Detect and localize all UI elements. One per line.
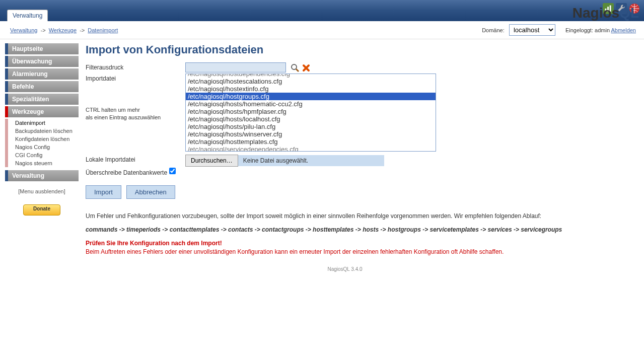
filter-label: Filterausdruck [86,62,185,71]
footer-version: NagiosQL 3.4.0 [86,266,604,272]
local-file-label: Lokale Importdatei [86,155,185,163]
login-user: Eingeloggt: admin [565,27,610,33]
svg-line-7 [296,69,299,71]
top-bar: Verwaltung NagiosQL [0,0,644,21]
cancel-button[interactable]: Abbrechen [126,185,175,199]
sidebar-item-ueberwachung[interactable]: Überwachung [5,56,79,67]
sidebar-subitems: Datenimport Backupdateien löschen Konfig… [5,119,79,170]
svg-rect-1 [605,9,607,12]
breadcrumb: Verwaltung -> Werkzeuge -> Datenimport [10,27,118,33]
world-icon[interactable] [629,3,640,14]
crumb-datenimport[interactable]: Datenimport [88,27,118,33]
crumb-verwaltung[interactable]: Verwaltung [10,27,37,33]
domain-selector: Domäne: localhost [482,24,555,36]
ctrl-note: CTRL halten um mehr als einen Eintrag au… [86,106,185,121]
login-info: Eingeloggt: admin Abmelden [565,27,636,33]
import-file-list[interactable]: /etc/nagiosql/hostdependencies.cfg /etc/… [185,74,436,152]
tool-icon[interactable] [616,3,627,14]
import-button[interactable]: Import [86,185,121,199]
page-title: Import von Konfigurationsdateien [86,43,604,56]
overwrite-checkbox[interactable] [169,168,176,174]
list-item[interactable]: /etc/nagiosql/hosts/homematic-ccu2.cfg [186,100,436,108]
chart-icon[interactable] [603,3,614,14]
clear-icon[interactable] [302,63,311,73]
sidebar: Hauptseite Überwachung Alarmierung Befeh… [0,39,81,282]
sub-datenimport[interactable]: Datenimport [5,119,79,127]
svg-rect-3 [610,6,611,12]
list-item[interactable]: /etc/nagiosql/hosttemplates.cfg [186,138,436,146]
file-status: Keine Datei ausgewählt. [238,155,384,166]
warn-detail: Beim Auftreten eines Fehlers oder einer … [86,248,504,255]
sub-konfig-loeschen[interactable]: Konfigdateien löschen [5,135,79,143]
logout-link[interactable]: Abmelden [611,27,636,33]
list-item[interactable]: /etc/nagiosql/hosts/winserver.cfg [186,130,436,138]
list-item[interactable]: /etc/nagiosql/servicedependencies.cfg [186,146,436,152]
list-item[interactable]: /etc/nagiosql/hostescalations.cfg [186,78,436,85]
top-icons [603,3,640,14]
svg-point-6 [292,64,297,69]
search-icon[interactable] [291,63,300,73]
info-text: Um Fehler und Fehlkonfigurationen vorzub… [86,212,604,256]
sub-cgi-config[interactable]: CGI Config [5,151,79,159]
sub-nagios-steuern[interactable]: Nagios steuern [5,159,79,167]
list-item[interactable]: /etc/nagiosql/hosts/pilu-lan.cfg [186,123,436,130]
list-item[interactable]: /etc/nagiosql/hostextinfo.cfg [186,85,436,93]
list-item[interactable]: /etc/nagiosql/hostdependencies.cfg [186,74,436,78]
import-label: Importdatei [86,75,116,82]
sub-backup-loeschen[interactable]: Backupdateien löschen [5,127,79,135]
warn-heading: Prüfen Sie Ihre Konfiguration nach dem I… [86,240,222,247]
info-intro: Um Fehler und Fehlkonfigurationen vorzub… [86,212,604,221]
sidebar-item-befehle[interactable]: Befehle [5,81,79,92]
info-sequence: commands -> timeperiods -> contacttempla… [86,226,604,234]
donate-button[interactable]: Donate [23,204,60,216]
filter-input[interactable] [185,62,286,73]
sub-nagios-config[interactable]: Nagios Config [5,143,79,151]
list-item[interactable]: /etc/nagiosql/hosts/localhost.cfg [186,115,436,123]
list-item-selected[interactable]: /etc/nagiosql/hostgroups.cfg [186,93,436,100]
subheader: Verwaltung -> Werkzeuge -> Datenimport D… [0,21,644,39]
domain-label: Domäne: [482,27,505,33]
svg-rect-2 [607,7,609,12]
content: Import von Konfigurationsdateien Filtera… [81,39,614,282]
sidebar-item-hauptseite[interactable]: Hauptseite [5,43,79,54]
tab-verwaltung[interactable]: Verwaltung [7,10,48,21]
sidebar-item-verwaltung[interactable]: Verwaltung [5,170,79,181]
list-item[interactable]: /etc/nagiosql/hosts/hpmfplaser.cfg [186,108,436,115]
menu-toggle[interactable]: [Menu ausblenden] [5,188,79,194]
sidebar-item-werkzeuge[interactable]: Werkzeuge [5,106,79,117]
overwrite-label: Überschreibe Datenbankwerte [86,168,167,176]
sidebar-item-alarmierung[interactable]: Alarmierung [5,68,79,80]
sidebar-item-spezialitaeten[interactable]: Spezialitäten [5,94,79,105]
domain-select[interactable]: localhost [509,24,555,36]
crumb-werkzeuge[interactable]: Werkzeuge [49,27,77,33]
browse-button[interactable]: Durchsuchen… [185,155,238,167]
